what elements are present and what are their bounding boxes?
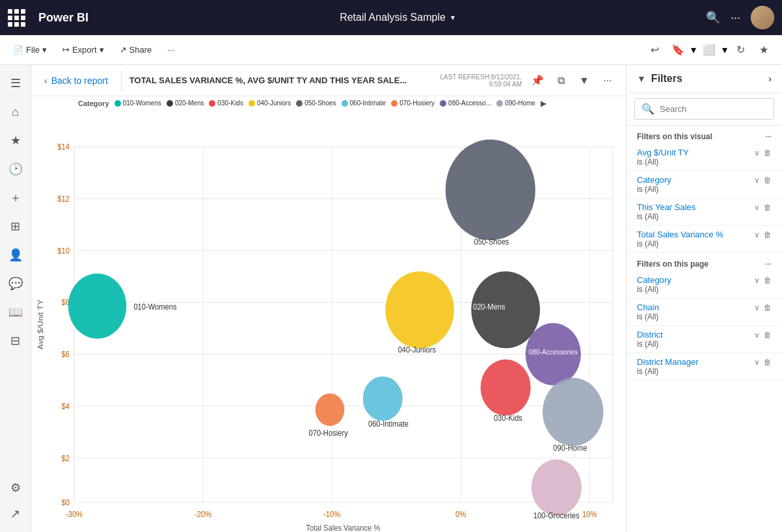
bubble-intimate[interactable] xyxy=(363,377,403,421)
refresh-button[interactable]: ↻ xyxy=(730,40,751,60)
legend-text-intimate: 060-Intimate xyxy=(350,100,386,107)
view-chevron-icon[interactable]: ▾ xyxy=(722,44,727,56)
sidebar-recent-icon[interactable]: 🕑 xyxy=(3,156,29,182)
bookmark-chevron-icon[interactable]: ▾ xyxy=(691,44,696,56)
sidebar-apps-icon[interactable]: ⊞ xyxy=(3,213,29,239)
filter-district[interactable]: District ∨ 🗑 is (All) xyxy=(627,326,782,353)
svg-text:0%: 0% xyxy=(455,510,466,520)
filter-tys-chevron-icon[interactable]: ∨ xyxy=(754,203,760,212)
filter-chain[interactable]: Chain ∨ 🗑 is (All) xyxy=(627,299,782,326)
more-nav-icon[interactable]: ··· xyxy=(731,11,740,25)
chart-svg: Avg $/Unit TY $0 $2 xyxy=(31,110,626,532)
star-button[interactable]: ★ xyxy=(753,40,774,60)
bubble-hosiery[interactable] xyxy=(316,393,345,426)
sidebar-workspaces-icon[interactable]: ⊟ xyxy=(3,328,29,354)
filter-this-year-sales[interactable]: This Year Sales ∨ 🗑 is (All) xyxy=(627,198,782,226)
sidebar-create-icon[interactable]: ＋ xyxy=(3,185,29,211)
filter-dm-clear-icon[interactable]: 🗑 xyxy=(764,358,772,367)
search-nav-icon[interactable]: 🔍 xyxy=(706,10,720,25)
bubble-groceries[interactable] xyxy=(532,459,582,516)
back-to-report-button[interactable]: ‹ Back to report xyxy=(39,73,113,88)
filter-page-cat-clear-icon[interactable]: 🗑 xyxy=(764,276,772,285)
bubble-kids[interactable] xyxy=(481,360,531,416)
refresh-time: 9:59:04 AM xyxy=(440,81,522,88)
title-chevron-icon[interactable]: ▾ xyxy=(451,13,455,22)
legend-item-7: 080-Accesso... xyxy=(440,100,491,107)
filter-icon[interactable]: ▼ xyxy=(574,70,595,91)
last-refresh-label: LAST REFRESH:8/12/2021, xyxy=(440,73,522,81)
report-title: Retail Analysis Sample xyxy=(340,12,446,23)
share-label: Share xyxy=(129,45,152,55)
sidebar-settings-icon[interactable]: ⚙ xyxy=(3,475,29,501)
filter-cat-clear-icon[interactable]: 🗑 xyxy=(764,176,772,185)
file-button[interactable]: 📄 File ▾ xyxy=(8,42,52,57)
filter-category-value: is (All) xyxy=(637,185,772,194)
export-button[interactable]: ↦ Export ▾ xyxy=(57,42,109,57)
sidebar-external-icon[interactable]: ↗ xyxy=(3,501,29,527)
bubble-womens[interactable] xyxy=(68,274,126,339)
main-layout: ☰ ⌂ ★ 🕑 ＋ ⊞ 👤 💬 📖 ⊟ ⚙ ↗ ‹ Back to report… xyxy=(0,65,782,532)
filter-district-clear-icon[interactable]: 🗑 xyxy=(764,330,772,339)
sidebar-favorites-icon[interactable]: ★ xyxy=(3,127,29,153)
filter-avg-unit[interactable]: Avg $/Unit TY ∨ 🗑 is (All) xyxy=(627,144,782,171)
filter-avg-clear-icon[interactable]: 🗑 xyxy=(764,148,772,157)
file-icon: 📄 xyxy=(13,45,23,55)
visual-filters-section: Filters on this visual ··· xyxy=(627,126,782,144)
pin-icon[interactable]: 📌 xyxy=(527,70,548,91)
sidebar-people-icon[interactable]: 👤 xyxy=(3,242,29,268)
filter-tsv-chevron-icon[interactable]: ∨ xyxy=(754,230,760,239)
legend-more-icon[interactable]: ▶ xyxy=(541,99,546,108)
sidebar-collapse-icon[interactable]: ☰ xyxy=(3,70,29,96)
bubble-home[interactable] xyxy=(543,378,603,446)
user-avatar[interactable] xyxy=(751,6,774,29)
legend-dot-juniors xyxy=(249,100,255,107)
view-button[interactable]: ⬜ xyxy=(699,40,720,60)
page-filters-more-icon[interactable]: ··· xyxy=(765,259,772,269)
share-button[interactable]: ↗ Share xyxy=(115,42,157,57)
svg-text:090-Home: 090-Home xyxy=(553,443,587,453)
svg-text:$6: $6 xyxy=(61,350,70,360)
waffle-menu-icon[interactable] xyxy=(8,9,25,27)
bookmark-button[interactable]: 🔖 xyxy=(667,40,688,60)
filter-page-category[interactable]: Category ∨ 🗑 is (All) xyxy=(627,271,782,299)
filter-district-manager[interactable]: District Manager ∨ 🗑 is (All) xyxy=(627,353,782,380)
bubble-juniors[interactable] xyxy=(385,271,454,348)
search-icon: 🔍 xyxy=(641,103,654,115)
legend-item-3: 040-Juniors xyxy=(249,100,291,107)
filter-tsv-clear-icon[interactable]: 🗑 xyxy=(764,230,772,239)
filter-header-icon: ▼ xyxy=(637,73,646,84)
visual-header: ‹ Back to report TOTAL SALES VARIANCE %,… xyxy=(31,65,626,96)
visual-action-icons: 📌 ⧉ ▼ ··· xyxy=(527,70,618,91)
filter-page-cat-chevron-icon[interactable]: ∨ xyxy=(754,276,760,285)
filter-total-sales-variance[interactable]: Total Sales Variance % ∨ 🗑 is (All) xyxy=(627,226,782,253)
filter-district-chevron-icon[interactable]: ∨ xyxy=(754,330,760,339)
legend-item-6: 070-Hosiery xyxy=(391,100,435,107)
filter-avg-chevron-icon[interactable]: ∨ xyxy=(754,148,760,157)
filter-chain-clear-icon[interactable]: 🗑 xyxy=(764,303,772,312)
legend-text-home: 090-Home xyxy=(505,100,535,107)
svg-text:$14: $14 xyxy=(57,142,70,152)
filter-cat-chevron-icon[interactable]: ∨ xyxy=(754,176,760,185)
bubble-shoes[interactable] xyxy=(446,140,535,241)
export-icon: ↦ xyxy=(62,45,70,55)
more-toolbar-button[interactable]: ··· xyxy=(162,42,180,57)
filter-tys-clear-icon[interactable]: 🗑 xyxy=(764,203,772,212)
filter-dm-chevron-icon[interactable]: ∨ xyxy=(754,358,760,367)
copy-icon[interactable]: ⧉ xyxy=(550,70,571,91)
sidebar-home-icon[interactable]: ⌂ xyxy=(3,99,29,125)
filter-category[interactable]: Category ∨ 🗑 is (All) xyxy=(627,171,782,198)
filter-chain-chevron-icon[interactable]: ∨ xyxy=(754,303,760,312)
legend-label: Category xyxy=(78,100,109,107)
filters-title: Filters xyxy=(651,73,682,85)
legend-dot-accessories xyxy=(440,100,446,107)
search-input[interactable] xyxy=(660,104,767,114)
top-navigation: Power BI Retail Analysis Sample ▾ 🔍 ··· xyxy=(0,0,782,35)
ellipsis-icon[interactable]: ··· xyxy=(597,70,618,91)
filters-expand-icon[interactable]: › xyxy=(768,73,772,84)
sidebar-chat-icon[interactable]: 💬 xyxy=(3,271,29,297)
sidebar-learn-icon[interactable]: 📖 xyxy=(3,299,29,325)
filter-page-cat-name: Category xyxy=(637,275,671,285)
filter-tys-name: This Year Sales xyxy=(637,202,695,212)
visual-filters-more-icon[interactable]: ··· xyxy=(765,132,772,141)
undo-button[interactable]: ↩ xyxy=(644,40,665,60)
